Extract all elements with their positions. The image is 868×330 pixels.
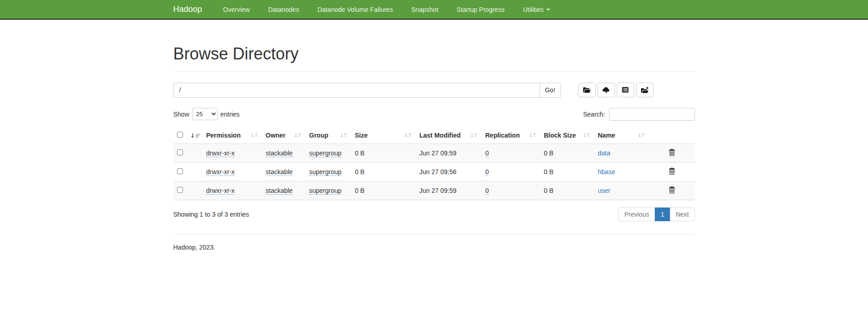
pagination-previous[interactable]: Previous — [618, 208, 655, 221]
create-directory-button[interactable] — [636, 83, 653, 97]
nav-item-overview[interactable]: Overview — [216, 0, 257, 19]
group-value[interactable]: supergroup — [309, 187, 342, 195]
table-header-row: ↓Permission↓↑Owner↓↑Group↓↑Size↓↑Last Mo… — [173, 127, 695, 144]
size-cell: 0 B — [351, 181, 416, 200]
trash-icon — [669, 169, 675, 176]
actions-cell — [649, 163, 695, 181]
column-label: Owner — [266, 132, 286, 139]
sort-icon: ↓↑ — [339, 132, 346, 138]
cut-paste-button[interactable] — [617, 83, 634, 97]
block-size-cell: 0 B — [540, 163, 594, 181]
file-action-buttons — [578, 83, 655, 97]
column-header-actions — [649, 127, 695, 144]
owner-value[interactable]: stackable — [266, 187, 293, 195]
sort-icon: ↓↑ — [469, 132, 477, 138]
sort-icon: ↓↑ — [250, 132, 257, 138]
path-input-group: Go! — [173, 83, 561, 98]
table-footer-bar: Showing 1 to 3 of 3 entries Previous 1 N… — [173, 208, 695, 221]
sort-icon: ↓↑ — [293, 132, 301, 138]
last-modified-cell: Jun 27 09:56 — [416, 163, 482, 181]
column-header-group[interactable]: Group↓↑ — [306, 127, 351, 144]
replication-value[interactable]: 0 — [485, 168, 489, 176]
navbar-brand[interactable]: Hadoop — [173, 5, 202, 14]
nav-item-startup-progress[interactable]: Startup Progress — [450, 0, 512, 19]
nav-item-snapshot[interactable]: Snapshot — [404, 0, 445, 19]
actions-cell — [649, 144, 695, 163]
entries-label: entries — [221, 111, 240, 118]
upload-file-button[interactable] — [598, 83, 615, 97]
row-checkbox[interactable] — [177, 168, 183, 174]
permission-value[interactable]: drwxr-xr-x — [206, 187, 235, 195]
group-value[interactable]: supergroup — [309, 168, 342, 176]
utilities-label: Utilities — [523, 6, 544, 13]
owner-cell: stackable — [262, 181, 306, 200]
delete-button[interactable] — [669, 168, 675, 176]
page-size-select[interactable]: 25 — [192, 108, 218, 120]
name-cell: user — [594, 181, 649, 200]
name-cell: hbase — [594, 163, 649, 181]
directory-link[interactable]: data — [598, 149, 610, 157]
sort-icon: ↓↑ — [528, 132, 535, 138]
select-all-checkbox[interactable] — [177, 132, 183, 138]
open-directory-button[interactable] — [578, 83, 596, 97]
group-cell: supergroup — [306, 144, 351, 163]
column-label: Name — [598, 132, 615, 139]
column-header-permission[interactable]: Permission↓↑ — [203, 127, 262, 144]
nav-item-datanode-volume-failures[interactable]: Datanode Volume Failures — [311, 0, 400, 19]
table-info: Showing 1 to 3 of 3 entries — [173, 211, 249, 218]
permission-value[interactable]: drwxr-xr-x — [206, 168, 235, 176]
delete-button[interactable] — [669, 186, 675, 195]
table-body: drwxr-xr-xstackablesupergroup0 BJun 27 0… — [173, 144, 695, 200]
column-label: Permission — [206, 132, 241, 139]
column-header-name[interactable]: Name↓↑ — [594, 127, 649, 144]
sort-icon: ↓↑ — [404, 132, 411, 138]
column-header-last_modified[interactable]: Last Modified↓↑ — [416, 127, 482, 144]
column-label: Replication — [485, 132, 520, 139]
show-label: Show — [173, 111, 189, 118]
column-header-select[interactable]: ↓ — [173, 127, 203, 144]
table-row: drwxr-xr-xstackablesupergroup0 BJun 27 0… — [173, 144, 695, 163]
nav-item-datanodes[interactable]: Datanodes — [261, 0, 306, 19]
delete-button[interactable] — [669, 149, 675, 157]
column-header-block_size[interactable]: Block Size↓↑ — [540, 127, 594, 144]
table-row: drwxr-xr-xstackablesupergroup0 BJun 27 0… — [173, 181, 695, 200]
nav-item-utilities[interactable]: Utilities — [516, 0, 557, 19]
footer-text: Hadoop, 2023. — [173, 244, 695, 251]
directory-link[interactable]: user — [598, 187, 610, 194]
pagination-page-1[interactable]: 1 — [655, 208, 670, 221]
replication-cell: 0 — [482, 163, 540, 181]
directory-path-input[interactable] — [173, 83, 540, 98]
trash-icon — [669, 150, 675, 157]
list-alt-icon — [622, 87, 629, 93]
sort-icon: ↓↑ — [637, 132, 644, 138]
block-size-cell: 0 B — [540, 181, 594, 200]
select-cell — [173, 181, 203, 200]
select-cell — [173, 163, 203, 181]
column-header-owner[interactable]: Owner↓↑ — [262, 127, 306, 144]
owner-value[interactable]: stackable — [266, 149, 293, 157]
row-checkbox[interactable] — [177, 149, 183, 155]
row-checkbox[interactable] — [177, 187, 183, 193]
group-value[interactable]: supergroup — [309, 149, 342, 157]
permission-cell: drwxr-xr-x — [203, 181, 262, 200]
permission-value[interactable]: drwxr-xr-x — [206, 149, 235, 157]
column-header-replication[interactable]: Replication↓↑ — [482, 127, 540, 144]
directory-link[interactable]: hbase — [598, 168, 615, 176]
go-button[interactable]: Go! — [539, 83, 561, 98]
column-header-size[interactable]: Size↓↑ — [351, 127, 416, 144]
navbar-menu: OverviewDatanodesDatanode Volume Failure… — [214, 0, 559, 19]
pagination-next[interactable]: Next — [670, 208, 695, 221]
last-modified-cell: Jun 27 09:59 — [416, 144, 482, 163]
directory-table: ↓Permission↓↑Owner↓↑Group↓↑Size↓↑Last Mo… — [173, 127, 695, 201]
block-size-cell: 0 B — [540, 144, 594, 163]
folder-open-icon — [583, 87, 591, 93]
search-input[interactable] — [609, 108, 695, 121]
column-label: Group — [309, 132, 329, 139]
replication-value[interactable]: 0 — [485, 149, 489, 157]
owner-value[interactable]: stackable — [266, 168, 293, 176]
cloud-upload-icon — [602, 87, 610, 93]
pagination: Previous 1 Next — [619, 208, 695, 221]
column-label: Size — [355, 132, 368, 139]
table-controls: Show 25 entries Search: — [173, 108, 695, 121]
replication-value[interactable]: 0 — [485, 187, 489, 195]
